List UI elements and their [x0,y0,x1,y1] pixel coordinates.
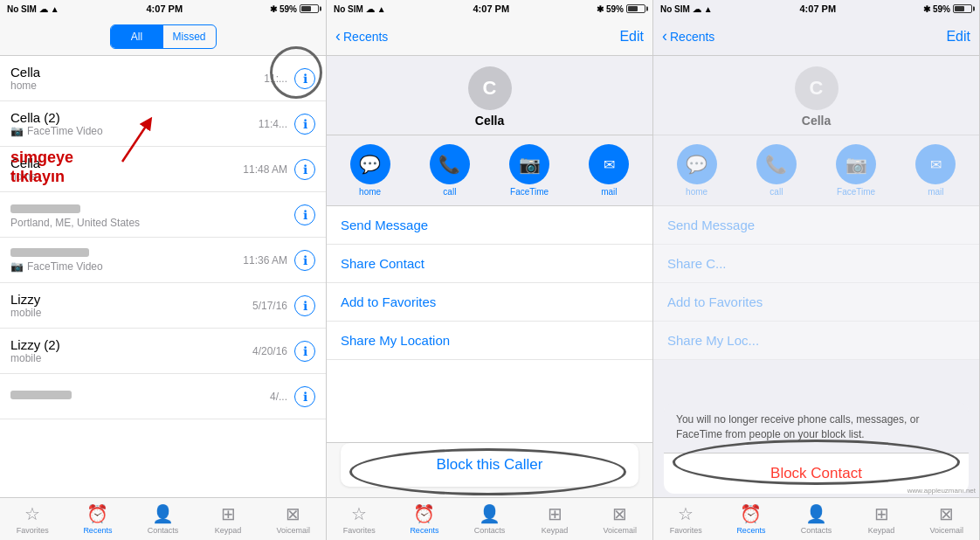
contact-header-2: C Cella [327,56,652,135]
info-btn-7[interactable]: ℹ [294,386,315,407]
tab-bar-2: ☆ Favorites ⏰ Recents 👤 Contacts ⊞ Keypa… [327,497,652,540]
tab-contacts-2[interactable]: 👤 Contacts [457,503,522,535]
tab-recents-2[interactable]: ⏰ Recents [392,503,458,535]
bluetooth-icon-2: ✱ [597,4,604,14]
menu-add-fav-2[interactable]: Add to Favorites [327,283,652,322]
nav-bar-2: ‹ Recents Edit [327,17,652,56]
call-sub-6: mobile [10,352,252,364]
call-item-blurred-2[interactable]: 📷 FaceTime Video 11:36 AM ℹ [0,238,326,283]
action-facetime-2[interactable]: 📷 FaceTime [509,144,549,197]
tab-label-key-3: Keypad [868,526,895,535]
info-btn-0[interactable]: ℹ [294,68,315,89]
call-item-blurred-3[interactable]: 4/... ℹ [0,374,326,419]
battery-percent-1: 59% [280,4,297,14]
menu-list-2: Send Message Share Contact Add to Favori… [327,206,652,442]
contact-avatar-3: C [795,66,839,110]
info-btn-6[interactable]: ℹ [294,341,315,362]
watermark: www.appleuzmanı.net [908,487,976,495]
tab-label-key-2: Keypad [542,526,569,535]
mail-circle-2: ✉ [589,144,629,184]
blurred-name-3 [10,391,72,399]
segment-control[interactable]: All Missed [110,24,217,49]
back-button-3[interactable]: ‹ Recents [662,27,714,45]
tab-keypad-3[interactable]: ⊞ Keypad [849,503,914,535]
action-call-2[interactable]: 📞 call [430,144,470,197]
person-icon-2: 👤 [479,503,500,524]
time-3: 4:07 PM [799,3,836,14]
tab-keypad-2[interactable]: ⊞ Keypad [522,503,588,535]
segment-all[interactable]: All [111,25,163,48]
call-item-cella-1[interactable]: Cella home 11:... ℹ [0,56,326,101]
time-1: 4:07 PM [146,3,183,14]
clock-icon-2: ⏰ [413,503,435,524]
action-label-call-3: call [770,187,783,197]
call-sub-0: home [10,80,264,92]
call-item-lizzy-2[interactable]: Lizzy (2) mobile 4/20/16 ℹ [0,329,326,374]
status-bar-2: No SIM ☁ ▲ 4:07 PM ✱ 59% [327,0,652,17]
tab-favorites-1[interactable]: ☆ Favorites [0,503,66,535]
tab-voicemail-1[interactable]: ⊠ Voicemail [260,503,326,535]
segment-missed[interactable]: Missed [163,25,216,48]
facetime-text-1: FaceTime Video [27,125,103,137]
voicemail-icon-1: ⊠ [286,503,300,524]
info-btn-1[interactable]: ℹ [294,114,315,135]
call-time-6: 4/20/16 [252,345,287,357]
tab-label-fav-2: Favorites [343,526,376,535]
tab-favorites-2[interactable]: ☆ Favorites [327,503,392,535]
tab-recents-3[interactable]: ⏰ Recents [719,503,784,535]
no-sim-label-3: No SIM ☁ [660,4,701,14]
menu-send-msg-2[interactable]: Send Message [327,206,652,245]
tab-contacts-1[interactable]: 👤 Contacts [130,503,196,535]
status-bar-1: No SIM ☁ ▲ 4:07 PM ✱ 59% [0,0,326,17]
tab-recents-1[interactable]: ⏰ Recents [66,503,131,535]
keypad-icon-1: ⊞ [221,503,236,524]
contact-name-2: Cella [475,114,504,128]
info-btn-4[interactable]: ℹ [294,250,315,271]
tab-voicemail-2[interactable]: ⊠ Voicemail [587,503,652,535]
tab-label-con-2: Contacts [474,526,506,535]
no-sim-label-1: No SIM ☁ [7,4,48,14]
back-chevron-3: ‹ [662,27,667,45]
tab-contacts-3[interactable]: 👤 Contacts [783,503,849,535]
facetime-icon-1: 📷 [10,125,24,137]
tab-favorites-3[interactable]: ☆ Favorites [653,503,719,535]
message-circle-3: 💬 [677,144,717,184]
call-time-4: 11:36 AM [243,254,287,267]
status-left-3: No SIM ☁ ▲ [660,4,713,14]
time-2: 4:07 PM [473,3,509,14]
back-label-2: Recents [343,30,388,44]
tab-label-rec-1: Recents [83,526,112,535]
menu-share-contact-2[interactable]: Share Contact [327,245,652,283]
menu-share-loc-2[interactable]: Share My Location [327,322,652,360]
action-home-3: 💬 home [677,144,717,197]
call-sub-3: Portland, ME, United States [10,217,287,229]
call-info-4: 📷 FaceTime Video [10,248,243,273]
info-btn-5[interactable]: ℹ [294,295,315,316]
contact-avatar-2: C [468,66,512,110]
tab-label-rec-2: Recents [410,526,438,535]
call-info-0: Cella home [10,65,264,92]
star-icon-2: ☆ [351,503,367,524]
annotation-1: simgeyetıklayın [10,149,73,186]
info-btn-3[interactable]: ℹ [294,204,315,225]
facetime-icon-4: 📷 [10,260,24,273]
back-button-2[interactable]: ‹ Recents [335,27,388,45]
call-time-0: 11:... [264,73,287,85]
nav-edit-2[interactable]: Edit [619,29,644,45]
nav-edit-3[interactable]: Edit [946,29,970,45]
call-item-lizzy-1[interactable]: Lizzy mobile 5/17/16 ℹ [0,283,326,329]
call-item-cella-2[interactable]: Cella (2) 📷 FaceTime Video 11:4... ℹ [0,101,326,147]
info-btn-2[interactable]: ℹ [294,159,315,180]
blurred-name-1 [10,204,80,213]
action-label-ft-2: FaceTime [510,187,549,197]
action-home-2[interactable]: 💬 home [350,144,390,197]
nav-bar-3: ‹ Recents Edit [653,17,979,56]
action-mail-2[interactable]: ✉ mail [589,144,629,197]
panel-recents-list: No SIM ☁ ▲ 4:07 PM ✱ 59% All Missed Cell… [0,0,327,540]
tab-keypad-1[interactable]: ⊞ Keypad [196,503,261,535]
action-label-home-2: home [359,187,381,197]
tab-voicemail-3[interactable]: ⊠ Voicemail [914,503,979,535]
voicemail-icon-3: ⊠ [939,503,954,524]
call-item-blurred-1[interactable]: Portland, ME, United States ℹ [0,192,326,238]
block-circle-2 [349,448,626,495]
